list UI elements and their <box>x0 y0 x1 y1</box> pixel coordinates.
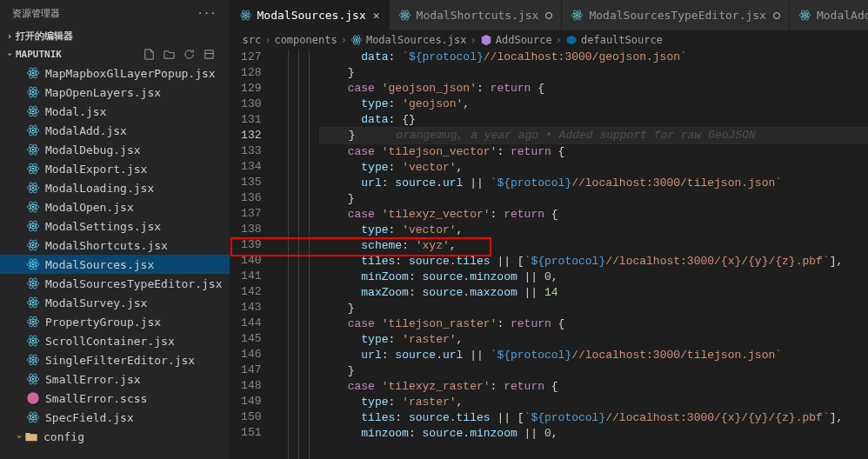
open-editors-header[interactable]: › 打开的编辑器 <box>0 27 230 45</box>
code-line[interactable]: case 'tilejson_vector': return { <box>319 144 869 160</box>
tree-item[interactable]: ModalOpen.jsx <box>0 197 230 216</box>
tree-item[interactable]: Modal.jsx <box>0 102 230 121</box>
tree-item[interactable]: ModalDebug.jsx <box>0 140 230 159</box>
file-label: MapOpenLayers.jsx <box>45 86 161 99</box>
sass-icon <box>26 391 40 405</box>
code-line[interactable]: minzoom: source.minzoom || 0, <box>319 426 869 442</box>
tree-item[interactable]: SmallError.scss <box>0 389 230 408</box>
react-icon <box>239 9 252 22</box>
react-icon <box>26 238 40 252</box>
code-line[interactable]: type: 'raster', <box>319 332 869 348</box>
code-line[interactable]: tiles: source.tiles || [`${protocol}//lo… <box>319 254 869 269</box>
line-number: 130 <box>230 96 262 112</box>
file-label: Modal.jsx <box>45 105 106 118</box>
line-number: 147 <box>230 363 262 378</box>
code-line[interactable]: maxZoom: source.maxzoom || 14 <box>319 285 869 301</box>
breadcrumb[interactable]: src› components› ModalSources.jsx› AddSo… <box>230 30 869 50</box>
new-folder-icon[interactable] <box>163 48 176 61</box>
line-number: 149 <box>230 394 262 409</box>
tree-item[interactable]: ModalExport.jsx <box>0 159 230 178</box>
tree-item[interactable]: SmallError.jsx <box>0 369 230 389</box>
code-line[interactable]: } <box>319 363 869 379</box>
code-line[interactable]: case 'tilexyz_vector': return { <box>319 207 869 223</box>
tree-folder[interactable]: ›config <box>0 427 230 446</box>
code-line[interactable]: case 'tilejson_raster': return { <box>319 316 869 332</box>
tree-item[interactable]: SpecField.jsx <box>0 408 230 427</box>
code-line[interactable]: data: {} <box>319 112 869 128</box>
code-line[interactable]: type: 'vector', <box>319 160 869 176</box>
code-line[interactable]: case 'geojson_json': return { <box>319 81 869 96</box>
file-label: ModalSurvey.jsx <box>45 296 147 309</box>
tree-item[interactable]: ModalAdd.jsx <box>0 121 230 140</box>
code-area[interactable]: data: `${protocol}//localhost:3000/geojs… <box>319 50 869 459</box>
editor-tab[interactable]: ModalAdd.jsx <box>790 0 868 30</box>
code-line[interactable]: data: `${protocol}//localhost:3000/geojs… <box>319 50 869 65</box>
tree-item[interactable]: MapOpenLayers.jsx <box>0 83 230 102</box>
tree-item[interactable]: ModalShortcuts.jsx <box>0 236 230 255</box>
editor-tab[interactable]: ModalSourcesTypeEditor.jsx <box>562 0 790 30</box>
react-icon <box>26 334 40 348</box>
tab-label: ModalShortcuts.jsx <box>417 9 539 22</box>
tree-item[interactable]: ModalSourcesTypeEditor.jsx <box>0 274 230 293</box>
line-number: 151 <box>230 425 262 441</box>
editor-tab[interactable]: ModalShortcuts.jsx <box>390 0 563 30</box>
project-actions <box>143 48 223 61</box>
line-number: 142 <box>230 284 262 300</box>
code-line[interactable]: } orangemug, a year ago • Added support … <box>319 127 869 144</box>
file-label: ModalSettings.jsx <box>45 220 161 233</box>
code-line[interactable]: type: 'vector', <box>319 223 869 238</box>
tree-item[interactable]: ModalLoading.jsx <box>0 178 230 197</box>
code-line[interactable]: minZoom: source.minzoom || 0, <box>319 269 869 285</box>
code-line[interactable]: url: source.url || `${protocol}//localho… <box>319 348 869 363</box>
file-label: SingleFilterEditor.jsx <box>45 354 195 367</box>
sidebar-header: 资源管理器 ··· <box>0 0 230 27</box>
line-number: 137 <box>230 206 262 222</box>
react-icon <box>26 66 40 80</box>
editor-tab[interactable]: ModalSources.jsx✕ <box>230 0 390 30</box>
file-label: ModalAdd.jsx <box>45 124 127 137</box>
react-icon <box>26 257 40 271</box>
tree-item[interactable]: ModalSettings.jsx <box>0 216 230 236</box>
open-editors-label: 打开的编辑器 <box>16 30 73 43</box>
react-icon <box>26 104 40 118</box>
react-icon <box>26 372 40 386</box>
breadcrumb-item: src <box>243 34 262 46</box>
editor[interactable]: 1271281291301311321331341351361371381391… <box>230 50 869 459</box>
code-line[interactable]: case 'tilexyz_raster': return { <box>319 379 869 395</box>
more-icon[interactable]: ··· <box>197 8 217 19</box>
indent-guides <box>288 50 319 459</box>
breadcrumb-item: defaultSource <box>565 34 663 46</box>
refresh-icon[interactable] <box>183 48 196 61</box>
tab-label: ModalAdd.jsx <box>817 9 868 22</box>
line-number: 143 <box>230 300 262 316</box>
code-line[interactable]: } <box>319 65 869 81</box>
tree-item[interactable]: MapMapboxGlLayerPopup.jsx <box>0 63 230 83</box>
file-label: ModalDebug.jsx <box>45 143 141 156</box>
chevron-right-icon: › <box>3 31 16 41</box>
project-header[interactable]: › MAPUTNIK <box>0 45 230 63</box>
code-line[interactable]: tiles: source.tiles || [`${protocol}//lo… <box>319 410 869 426</box>
code-line[interactable]: url: source.url || `${protocol}//localho… <box>319 176 869 191</box>
collapse-icon[interactable] <box>203 48 216 61</box>
new-file-icon[interactable] <box>143 48 156 61</box>
react-icon <box>26 143 40 156</box>
file-label: ScrollContainer.jsx <box>45 335 175 348</box>
code-line[interactable]: type: 'geojson', <box>319 96 869 112</box>
line-number: 127 <box>230 50 262 65</box>
tree-item[interactable]: PropertyGroup.jsx <box>0 312 230 331</box>
file-label: MapMapboxGlLayerPopup.jsx <box>45 67 216 80</box>
code-line[interactable]: scheme: 'xyz', <box>319 238 869 254</box>
code-line[interactable]: type: 'raster', <box>319 395 869 410</box>
file-label: PropertyGroup.jsx <box>45 316 161 329</box>
tree-item[interactable]: SingleFilterEditor.jsx <box>0 350 230 369</box>
tab-label: ModalSourcesTypeEditor.jsx <box>589 9 766 22</box>
react-icon <box>26 315 40 329</box>
tree-item[interactable]: ScrollContainer.jsx <box>0 331 230 350</box>
tree-item[interactable]: ModalSurvey.jsx <box>0 293 230 312</box>
react-icon <box>398 9 411 22</box>
tree-item[interactable]: ModalSources.jsx <box>0 255 230 274</box>
code-line[interactable]: } <box>319 191 869 207</box>
line-number: 128 <box>230 65 262 81</box>
close-icon[interactable]: ✕ <box>373 9 380 22</box>
code-line[interactable]: } <box>319 301 869 316</box>
